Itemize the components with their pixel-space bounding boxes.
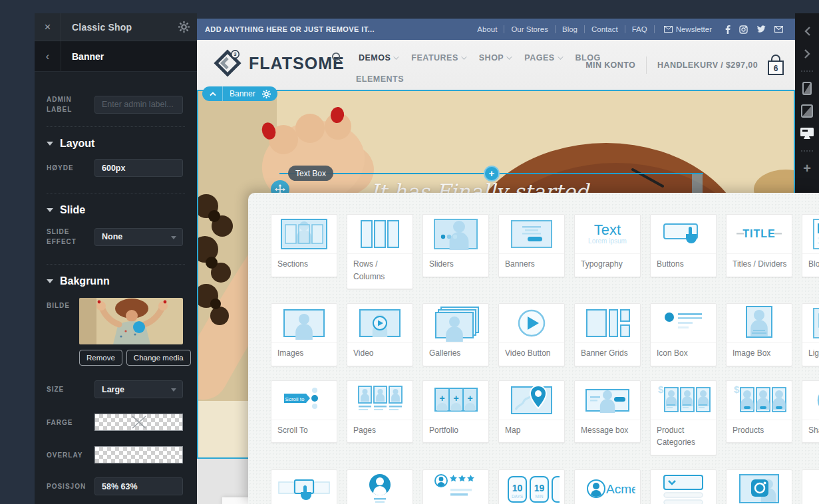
element-card-label: Map (499, 420, 564, 443)
element-card-label: Typography (575, 253, 640, 277)
element-card-pages[interactable]: Pages (347, 380, 413, 443)
chevron-left-icon[interactable] (795, 20, 819, 43)
element-card-label: Message box (575, 420, 640, 443)
element-card-label: Buttons (651, 253, 716, 277)
element-card-testimonials[interactable]: Testimonials (422, 469, 489, 504)
textbox-element-tag[interactable]: Text Box (288, 166, 333, 181)
buttons-icon (651, 215, 716, 253)
element-card-icon-box[interactable]: Icon Box (650, 303, 717, 366)
element-card-banners[interactable]: Banners (498, 214, 565, 277)
element-card-product-categories[interactable]: $Product Categories (650, 380, 717, 455)
search-icon (802, 470, 819, 504)
topbar-link-about[interactable]: About (470, 25, 504, 33)
team-member-icon (347, 470, 412, 504)
site-logo[interactable]: 3 FLATSOME (213, 49, 345, 78)
element-card-countdown[interactable]: 10DAYS19MINCountdown (498, 469, 565, 504)
settings-gear-icon[interactable] (170, 21, 197, 33)
topbar-link-contact[interactable]: Contact (585, 25, 625, 33)
plus-icon[interactable]: + (795, 157, 819, 180)
nav-features[interactable]: FEATURES (408, 53, 468, 63)
hoyde-input[interactable] (94, 159, 183, 177)
nav-demos[interactable]: DEMOS (355, 53, 401, 63)
element-card-lightbox[interactable]: Lightbox (802, 303, 819, 366)
sections-icon (271, 215, 337, 253)
newsletter-link[interactable]: Newsletter (655, 25, 720, 33)
blocks-icon (802, 215, 819, 253)
topbar-link-faq[interactable]: FAQ (625, 25, 654, 33)
elements-grid: SectionsRows / ColumnsSlidersBannersText… (248, 193, 819, 504)
element-card-search[interactable]: Search (802, 469, 819, 504)
close-icon[interactable]: × (35, 13, 61, 41)
tablet-icon[interactable] (795, 100, 819, 122)
element-card-instagram-feed[interactable]: Instagram feed (726, 469, 792, 504)
section-bakgrunn[interactable]: Bakgrunn (35, 265, 197, 287)
instagram-icon[interactable] (739, 25, 748, 34)
desktop-icon[interactable] (795, 122, 819, 145)
element-card-message-box[interactable]: Message box (574, 380, 641, 443)
cart-bag-icon[interactable]: 6 (766, 54, 786, 76)
chevron-right-icon[interactable] (795, 43, 819, 65)
element-card-logo[interactable]: AcmeLogo (574, 469, 641, 504)
account-link[interactable]: MIN KONTO (575, 61, 646, 70)
element-card-tabs[interactable]: Tabs (271, 469, 337, 504)
element-card-galleries[interactable]: Galleries (422, 303, 489, 366)
twitter-icon[interactable] (756, 25, 766, 33)
element-card-sections[interactable]: Sections (271, 214, 337, 277)
change-media-button[interactable]: Change media (126, 350, 191, 366)
element-card-scroll-to[interactable]: Scroll toScroll To (271, 380, 337, 443)
element-card-rows-columns[interactable]: Rows / Columns (347, 214, 413, 289)
farge-color-swatch[interactable] (94, 414, 183, 431)
element-card-image-box[interactable]: Image Box (726, 303, 792, 366)
facebook-icon[interactable] (725, 25, 731, 34)
topbar-message: ADD ANYTHING HERE OR JUST REMOVE IT... (205, 25, 470, 33)
search-icon[interactable] (331, 52, 343, 63)
section-layout[interactable]: Layout (35, 127, 197, 150)
element-card-video-button[interactable]: Video Button (498, 303, 565, 366)
admin-label-input[interactable] (94, 96, 183, 114)
element-card-products[interactable]: $Products (726, 380, 792, 443)
chevron-down-icon (394, 54, 399, 59)
element-card-video[interactable]: Video (347, 303, 413, 366)
breadcrumb: Banner (61, 51, 104, 62)
admin-label-row: ADMIN LABEL (35, 94, 197, 114)
product-categories-icon: $ (651, 381, 716, 420)
element-card-team-member[interactable]: Team Member (347, 469, 413, 504)
back-chevron-icon[interactable]: ‹ (35, 41, 61, 72)
slide-effect-row: SLIDE EFFECT None (35, 227, 197, 247)
topbar-link-blog[interactable]: Blog (556, 25, 584, 33)
banner-settings-gear-icon[interactable] (261, 90, 277, 98)
element-card-map[interactable]: Map (498, 380, 565, 443)
element-card-titles-dividers[interactable]: TITLETitles / Dividers (726, 214, 792, 277)
element-card-sliders[interactable]: Sliders (422, 214, 489, 277)
section-slide[interactable]: Slide (35, 193, 197, 216)
chevron-up-icon[interactable] (202, 86, 223, 101)
element-card-share-icons[interactable]: Share icons (802, 380, 819, 443)
topbar-link-our-stores[interactable]: Our Stores (504, 25, 555, 33)
remove-button[interactable]: Remove (79, 350, 122, 366)
element-card-portfolio[interactable]: +++Portfolio (422, 380, 489, 443)
element-card-buttons[interactable]: Buttons (650, 214, 717, 277)
cart-link[interactable]: HANDLEKURV / $297,00 (647, 61, 766, 70)
banners-icon (499, 215, 564, 253)
svg-text:MIN: MIN (536, 494, 544, 499)
add-element-plus-icon[interactable]: + (484, 166, 500, 182)
posisjon-input[interactable] (94, 477, 183, 495)
slide-effect-select[interactable]: None (94, 228, 183, 246)
element-card-typography[interactable]: TextLorem ipsumTypography (574, 214, 641, 277)
element-card-banner-grids[interactable]: Banner Grids (574, 303, 641, 366)
logo-text: FLATSOME (249, 54, 345, 73)
nav-elements[interactable]: ELEMENTS (353, 74, 407, 84)
element-card-accordion[interactable]: Accordion (650, 469, 717, 504)
background-image-thumbnail[interactable] (79, 298, 183, 344)
banner-element-tag[interactable]: Banner (202, 86, 277, 101)
phone-icon[interactable] (795, 77, 819, 100)
overlay-color-swatch[interactable] (94, 446, 183, 463)
element-card-blocks[interactable]: Blocks (802, 214, 819, 277)
email-icon[interactable] (774, 26, 783, 33)
collapse-triangle-icon (47, 142, 53, 146)
element-card-images[interactable]: Images (271, 303, 337, 366)
nav-pages[interactable]: PAGES (521, 53, 564, 63)
nav-shop[interactable]: SHOP (476, 53, 514, 63)
galleries-icon (423, 304, 488, 342)
size-select[interactable]: Large (94, 380, 183, 398)
